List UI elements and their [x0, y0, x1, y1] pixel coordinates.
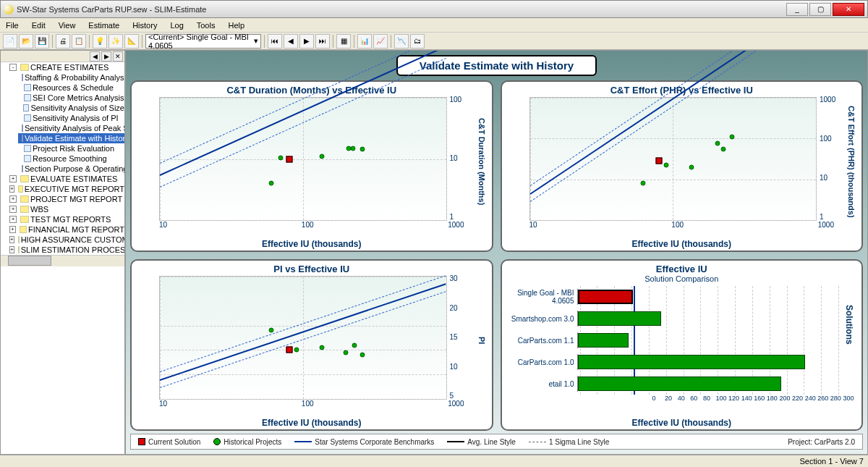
menu-file[interactable]: File	[3, 20, 22, 31]
tree-right-icon[interactable]: ▶	[101, 51, 111, 62]
data-point	[641, 181, 646, 186]
menu-log[interactable]: Log	[167, 20, 186, 31]
tree-left-icon[interactable]: ◀	[90, 51, 100, 62]
tree-hscroll[interactable]	[1, 255, 124, 266]
tree-item[interactable]: Resources & Schedule	[18, 83, 124, 93]
legend-avg-icon	[447, 441, 464, 442]
chart-panel: C&T Effort (PHR) vs Effective IU10001001…	[501, 80, 864, 252]
chart-panel: Effective IUSolution ComparisonSolutions…	[501, 259, 864, 431]
tree-item[interactable]: Staffing & Probability Analysis	[18, 72, 124, 83]
data-point	[359, 146, 365, 151]
data-point	[286, 347, 292, 353]
first-icon[interactable]: ⏮	[268, 34, 282, 49]
chart-title: Effective IU	[508, 264, 856, 274]
tree-item[interactable]: Sensitivity Analysis of Peak Staff	[18, 123, 124, 133]
tree-folder[interactable]: HIGH ASSURANCE CUSTOMER P	[9, 235, 124, 245]
open-icon[interactable]: 📂	[19, 34, 33, 49]
tree-item[interactable]: Sensitivity Analysis of PI	[18, 113, 124, 123]
data-point	[352, 342, 357, 348]
data-point	[689, 164, 694, 169]
chart2-icon[interactable]: 📈	[373, 34, 388, 49]
chart-panel: C&T Duration (Months) vs Effective IU100…	[130, 80, 493, 252]
bulb-icon[interactable]: 💡	[93, 34, 107, 49]
tree-item[interactable]: SEI Core Metrics Analysis	[18, 93, 124, 103]
minimize-button[interactable]: _	[786, 3, 808, 16]
bar-label: Single Goal - MBI 4.0605	[508, 289, 577, 305]
menu-help[interactable]: Help	[225, 20, 247, 31]
data-point	[730, 135, 735, 140]
tree-close-icon[interactable]: ✕	[113, 51, 123, 62]
menu-history[interactable]: History	[129, 20, 160, 31]
bar-label: Smartshop.com 3.0	[508, 315, 577, 323]
chart-plot[interactable]	[529, 97, 817, 221]
data-point	[351, 146, 356, 151]
bar	[578, 376, 782, 391]
legend-bench-icon	[294, 441, 312, 442]
chart-plot[interactable]	[159, 97, 447, 221]
chart3-icon[interactable]: 📉	[394, 34, 409, 49]
tree-item[interactable]: Validate Estimate with History	[18, 133, 124, 143]
bar-label: CarParts.com 1.0	[508, 358, 577, 366]
legend-bar: Current Solution Historical Projects Sta…	[130, 434, 863, 450]
data-point	[664, 163, 669, 168]
content-area: Validate Estimate with History C&T Durat…	[125, 50, 868, 455]
chart4-icon[interactable]: 🗂	[410, 34, 425, 49]
bar-chart[interactable]: SolutionsSingle Goal - MBI 4.0605Smartsh…	[508, 283, 856, 408]
legend-hist: Historical Projects	[224, 438, 281, 446]
legend-cur: Current Solution	[148, 438, 200, 446]
status-text: Section 1 - View 7	[800, 457, 864, 466]
data-point	[344, 350, 349, 355]
prev-icon[interactable]: ◀	[284, 34, 298, 49]
tree-folder[interactable]: FINANCIAL MGT REPORT	[9, 224, 124, 235]
tree-item[interactable]: Project Risk Evaluation	[18, 143, 124, 153]
tree-folder[interactable]: EVALUATE ESTIMATES	[9, 174, 124, 184]
save-icon[interactable]: 💾	[35, 34, 49, 49]
menu-bar: File Edit View Estimate History Log Tool…	[0, 18, 868, 33]
bar	[578, 333, 629, 348]
grid-icon[interactable]: ▦	[336, 34, 351, 49]
app-icon	[4, 4, 14, 14]
x-axis-label: Effective IU (thousands)	[137, 418, 486, 428]
print-icon[interactable]: 🖨	[56, 34, 70, 49]
legend-proj: Project: CarParts 2.0	[788, 438, 855, 446]
toolbar: 📄 📂 💾 🖨 📋 💡 ✨ 📐 <Current> Single Goal - …	[0, 33, 868, 50]
copy-icon[interactable]: 📋	[72, 34, 86, 49]
close-button[interactable]: ✕	[833, 3, 864, 16]
x-axis-label: Effective IU (thousands)	[137, 239, 486, 249]
tree-folder[interactable]: TEST MGT REPORTS	[9, 214, 124, 224]
legend-sigma: 1 Sigma Line Style	[549, 438, 609, 446]
data-point	[294, 348, 299, 353]
tree-root-item[interactable]: CREATE ESTIMATES	[9, 62, 124, 72]
tree-item[interactable]: Sensitivity Analysis of Size	[18, 103, 124, 113]
wand-icon[interactable]: ✨	[109, 34, 123, 49]
last-icon[interactable]: ⏭	[315, 34, 330, 49]
bar	[578, 355, 805, 369]
x-axis-label: Effective IU (thousands)	[508, 418, 856, 428]
tree-folder[interactable]: WBS	[9, 204, 124, 214]
next-icon[interactable]: ▶	[299, 34, 314, 49]
tree-item[interactable]: Resource Smoothing	[18, 153, 124, 164]
menu-estimate[interactable]: Estimate	[85, 20, 122, 31]
data-point	[720, 146, 726, 151]
chart1-icon[interactable]: 📊	[357, 34, 372, 49]
new-icon[interactable]: 📄	[3, 34, 17, 49]
tree-folder[interactable]: PROJECT MGT REPORT	[9, 194, 124, 204]
menu-view[interactable]: View	[56, 20, 79, 31]
chart-plot[interactable]	[159, 276, 447, 400]
y-axis-label: C&T Duration (Months)	[470, 96, 486, 221]
solution-combo[interactable]: <Current> Single Goal - MBI 4.0605	[145, 34, 261, 49]
maximize-button[interactable]: ▢	[809, 3, 831, 16]
navigation-tree[interactable]: ◀ ▶ ✕ CREATE ESTIMATES Staffing & Probab…	[0, 50, 125, 455]
tree-item[interactable]: Section Purpose & Operating Pr	[18, 164, 124, 174]
bar	[578, 311, 661, 326]
legend-cur-icon	[138, 438, 145, 445]
data-point	[268, 181, 273, 186]
tree-folder[interactable]: SLIM ESTIMATION PROCESS	[9, 245, 124, 255]
menu-tools[interactable]: Tools	[194, 20, 218, 31]
ruler-icon[interactable]: 📐	[124, 34, 139, 49]
y-axis-label: PI	[470, 274, 486, 400]
menu-edit[interactable]: Edit	[29, 20, 48, 31]
legend-sigma-icon	[529, 442, 546, 442]
window-titlebar: SW-Star Systems CarParts RUP.sew - SLIM-…	[0, 0, 868, 18]
tree-folder[interactable]: EXECUTIVE MGT REPORT	[9, 184, 124, 194]
